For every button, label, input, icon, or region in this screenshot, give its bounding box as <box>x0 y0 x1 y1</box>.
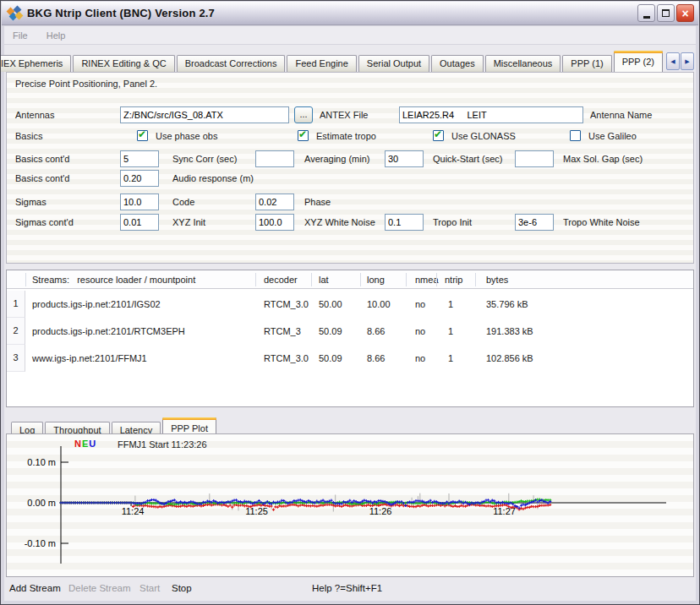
cell-ntrip: 1 <box>448 291 453 318</box>
tab-scroll-right-button[interactable]: ▶ <box>681 52 694 70</box>
cell-mountpoint: products.igs-ip.net:2101/IGS02 <box>32 291 161 318</box>
tab-miscellaneous[interactable]: Miscellaneous <box>485 55 561 72</box>
tab-broadcast-corrections[interactable]: Broadcast Corrections <box>177 55 286 72</box>
antex-file-input[interactable] <box>120 106 289 123</box>
basics-contd2-row: Basics cont'd Audio response (m) <box>7 169 693 188</box>
antex-file-label: ANTEX File <box>320 106 368 124</box>
tropo-init-label: Tropo Init <box>433 213 472 232</box>
legend-north: N <box>74 439 82 449</box>
use-galileo-checkbox[interactable]: ✔ <box>570 130 581 141</box>
use-galileo-label: Use Galileo <box>588 127 637 145</box>
svg-text:11:27: 11:27 <box>493 506 516 516</box>
add-stream-button[interactable]: Add Stream <box>9 575 61 601</box>
tropo-init-input[interactable] <box>385 214 424 231</box>
cell-ntrip: 1 <box>448 345 453 372</box>
ppp2-settings-panel: Precise Point Positioning, Panel 2. Ante… <box>6 72 694 264</box>
table-row[interactable]: 3 www.igs-ip.net:2101/FFMJ1 RTCM_3.0 50.… <box>7 345 693 372</box>
sigmas-contd-row: Sigmas cont'd XYZ Init XYZ White Noise T… <box>7 213 693 232</box>
cell-nmea: no <box>415 318 425 345</box>
stop-button[interactable]: Stop <box>172 575 192 601</box>
tab-ppp-2[interactable]: PPP (2) <box>614 51 663 72</box>
averaging-input[interactable] <box>255 150 294 167</box>
row-number: 1 <box>7 291 25 318</box>
start-button[interactable]: Start <box>139 575 160 601</box>
basics-row: Basics ✔ Use phase obs ✔ Estimate tropo … <box>7 127 693 145</box>
sync-corr-label: Sync Corr (sec) <box>172 150 237 168</box>
row-number: 3 <box>7 345 25 372</box>
antenna-name-input[interactable] <box>399 106 583 123</box>
tab-scroll-left-button[interactable]: ◀ <box>666 52 680 70</box>
delete-stream-button[interactable]: Delete Stream <box>68 575 131 601</box>
ppp-plot-chart: 0.10 m0.00 m-0.10 m11:2411:2511:2611:27 <box>7 434 693 576</box>
col-header-long[interactable]: long <box>367 270 385 289</box>
sigma-phase-label: Phase <box>304 193 331 211</box>
basics-contd2-label: Basics cont'd <box>15 169 69 188</box>
title-bar[interactable]: BKG Ntrip Client (BNC) Version 2.7 × <box>2 2 698 25</box>
xyz-init-input[interactable] <box>120 214 159 231</box>
maximize-icon <box>662 9 670 17</box>
table-row[interactable]: 1 products.igs-ip.net:2101/IGS02 RTCM_3.… <box>7 291 693 318</box>
cell-decoder: RTCM_3 <box>264 318 301 345</box>
xyz-white-noise-label: XYZ White Noise <box>304 213 375 232</box>
check-icon: ✔ <box>434 128 442 140</box>
col-header-lat[interactable]: lat <box>319 270 329 289</box>
cell-bytes: 191.383 kB <box>486 318 533 345</box>
col-header-ntrip[interactable]: ntrip <box>445 270 462 289</box>
menu-help[interactable]: Help <box>46 30 66 41</box>
basics-contd-label: Basics cont'd <box>15 150 69 168</box>
sigmas-label: Sigmas <box>15 193 46 211</box>
cell-decoder: RTCM_3.0 <box>264 345 309 372</box>
sigma-phase-input[interactable] <box>255 193 294 210</box>
svg-text:11:26: 11:26 <box>369 506 392 516</box>
browse-antex-button[interactable]: ... <box>294 106 313 123</box>
col-header-streams[interactable]: Streams: resource loader / mountpoint <box>32 270 195 289</box>
tab-rinex-editing-qc[interactable]: RINEX Editing & QC <box>73 55 174 72</box>
cell-ntrip: 1 <box>448 318 453 345</box>
plot-station-annotation: FFMJ1 Start 11:23:26 <box>118 439 207 450</box>
audio-response-label: Audio response (m) <box>172 169 254 188</box>
panel-heading: Precise Point Positioning, Panel 2. <box>15 79 157 89</box>
averaging-label: Averaging (min) <box>304 150 369 168</box>
chevron-left-icon: ◀ <box>670 58 675 65</box>
col-header-nmea[interactable]: nmea <box>415 270 439 289</box>
help-button[interactable]: Help ?=Shift+F1 <box>312 575 382 601</box>
col-header-decoder[interactable]: decoder <box>264 270 298 289</box>
xyz-white-noise-input[interactable] <box>255 214 294 231</box>
tab-ppp-1[interactable]: PPP (1) <box>562 55 611 72</box>
quick-start-label: Quick-Start (sec) <box>433 150 503 168</box>
window-controls: × <box>636 4 694 22</box>
check-icon: ✔ <box>138 128 146 140</box>
cell-lat: 50.00 <box>319 291 342 318</box>
basics-label: Basics <box>15 127 42 145</box>
cell-bytes: 102.856 kB <box>486 345 533 372</box>
max-sol-gap-input[interactable] <box>515 150 554 167</box>
audio-response-input[interactable] <box>120 170 159 187</box>
antennas-row: Antennas ... ANTEX File Antenna Name <box>7 106 693 124</box>
sigmas-contd-label: Sigmas cont'd <box>15 213 74 232</box>
use-glonass-checkbox[interactable]: ✔ <box>433 130 444 141</box>
tab-feed-engine[interactable]: Feed Engine <box>287 55 356 72</box>
sigma-code-input[interactable] <box>120 193 159 210</box>
use-glonass-label: Use GLONASS <box>451 127 516 145</box>
tab-outages[interactable]: Outages <box>431 55 484 72</box>
svg-text:0.10 m: 0.10 m <box>27 457 56 467</box>
footer-bar: Add Stream Delete Stream Start Stop Help… <box>4 575 696 601</box>
tropo-white-noise-input[interactable] <box>515 214 554 231</box>
tab-serial-output[interactable]: Serial Output <box>358 55 429 72</box>
maximize-button[interactable] <box>657 4 675 22</box>
minimize-button[interactable] <box>637 4 655 22</box>
table-row[interactable]: 2 products.igs-ip.net:2101/RTCM3EPH RTCM… <box>7 318 693 345</box>
close-button[interactable]: × <box>676 4 694 22</box>
sync-corr-input[interactable] <box>120 150 159 167</box>
quick-start-input[interactable] <box>385 150 424 167</box>
row-number: 2 <box>7 318 25 345</box>
check-icon: ✔ <box>298 128 307 140</box>
col-header-bytes[interactable]: bytes <box>486 270 508 289</box>
use-phase-obs-checkbox[interactable]: ✔ <box>137 130 148 141</box>
cell-decoder: RTCM_3.0 <box>264 291 309 318</box>
ppp-plot-pane: 0.10 m0.00 m-0.10 m11:2411:2511:2611:27 … <box>6 433 694 577</box>
cell-long: 10.00 <box>367 291 391 318</box>
tab-rinex-ephemeris[interactable]: IEX Ephemeris <box>0 55 71 72</box>
menu-file[interactable]: File <box>13 30 28 41</box>
estimate-tropo-checkbox[interactable]: ✔ <box>298 130 309 141</box>
